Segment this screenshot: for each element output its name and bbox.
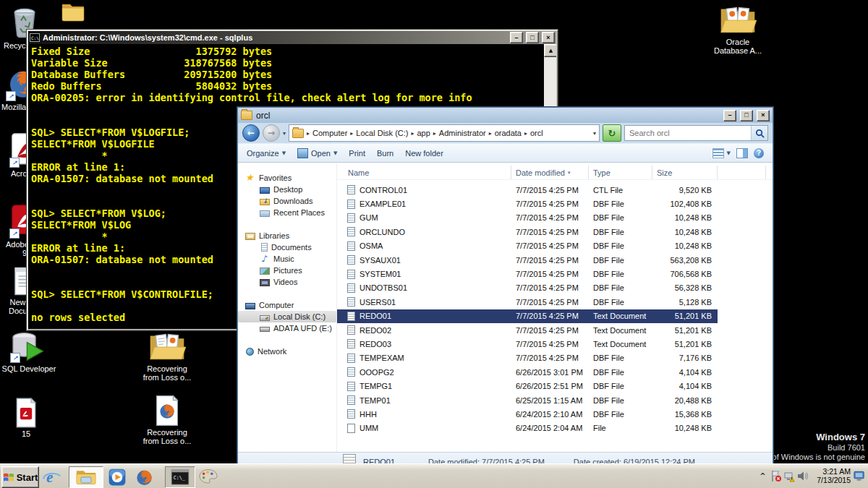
column-header-type[interactable]: Type <box>589 166 652 179</box>
close-button[interactable]: × <box>757 110 770 121</box>
minimize-button[interactable]: – <box>510 32 523 43</box>
desktop-icon-folder[interactable] <box>61 1 85 23</box>
history-dropdown-icon[interactable]: ▾ <box>283 130 286 137</box>
cmd-taskbar-button[interactable]: C:\_ <box>165 466 195 488</box>
file-row[interactable]: OOOPG2 6/26/2015 3:01 PM DBF File 4,104 … <box>337 365 773 379</box>
desktop-icon-recovering-folder[interactable]: Recoveringfrom Loss o... <box>140 331 195 382</box>
sidebar-item-adata-ufd-e-[interactable]: ADATA UFD (E:) <box>238 322 336 334</box>
file-row[interactable]: UMM 6/24/2015 2:04 AM File 10,248 KB <box>337 421 773 435</box>
back-button[interactable]: ← <box>242 124 260 142</box>
file-row[interactable]: REDO01 7/7/2015 4:25 PM Text Document 51… <box>337 309 773 323</box>
start-button[interactable]: Start <box>1 466 39 488</box>
sidebar-item-downloads[interactable]: Downloads <box>238 195 336 207</box>
document-icon <box>347 283 355 293</box>
computer-icon <box>245 303 255 309</box>
search-input[interactable] <box>625 129 751 137</box>
sidebar-item-documents[interactable]: Documents <box>238 241 336 253</box>
sidebar-item-desktop[interactable]: Desktop <box>238 184 336 195</box>
explorer-body: Favorites Desktop Downloads Recent Place… <box>238 163 773 452</box>
volume-icon[interactable] <box>796 470 809 482</box>
file-row[interactable]: OSMA 7/7/2015 4:25 PM DBF File 10,248 KB <box>337 239 773 253</box>
column-headers: Name Date modified▾ Type Size <box>337 166 773 180</box>
new-folder-button[interactable]: New folder <box>405 149 443 158</box>
open-button[interactable]: Open▼ <box>297 148 337 158</box>
forward-button[interactable]: → <box>263 124 280 142</box>
column-header-blank[interactable] <box>718 166 766 179</box>
document-icon <box>347 409 355 419</box>
file-row[interactable]: TEMPG1 6/26/2015 2:51 PM DBF File 4,104 … <box>337 379 773 393</box>
maximize-button[interactable]: □ <box>526 32 539 43</box>
explorer-taskbar-button[interactable] <box>69 466 103 488</box>
file-row[interactable]: EXAMPLE01 7/7/2015 4:25 PM DBF File 102,… <box>337 197 773 210</box>
network-icon[interactable]: ! <box>783 470 796 482</box>
file-row[interactable]: SYSTEM01 7/7/2015 4:25 PM DBF File 706,5… <box>337 267 773 281</box>
maximize-button[interactable]: □ <box>740 110 753 121</box>
shortcut-arrow-icon: ↗ <box>9 158 20 168</box>
cmd-icon: C:\ <box>30 33 40 42</box>
desktop-icon-sql-developer[interactable]: ↗ SQL Developer <box>0 331 58 373</box>
breadcrumb-item[interactable]: Administrator <box>439 129 486 137</box>
print-button[interactable]: Print <box>349 149 365 158</box>
desktop-icon-recovering-html[interactable]: Recoveringfrom Loss o... <box>140 395 195 445</box>
sidebar-item-favorites[interactable]: Favorites <box>238 172 336 184</box>
breadcrumb-item[interactable]: Computer <box>312 129 347 137</box>
breadcrumb-item[interactable]: oradata <box>495 129 522 137</box>
hidden-icons-chevron[interactable]: ^ <box>757 470 769 482</box>
breadcrumb-item[interactable]: orcl <box>530 129 543 137</box>
file-icon <box>347 424 355 433</box>
sidebar-item-network[interactable]: Network <box>238 346 336 357</box>
cmd-title-bar[interactable]: C:\ Administrator: C:\Windows\system32\c… <box>28 31 556 44</box>
folder-with-documents-icon <box>719 4 757 36</box>
media-player-icon[interactable] <box>107 468 127 487</box>
sidebar-item-computer[interactable]: Computer <box>238 299 336 311</box>
organize-button[interactable]: Organize▼ <box>247 149 286 158</box>
breadcrumb-item[interactable]: app <box>417 129 430 137</box>
address-dropdown-icon[interactable]: ▾ <box>593 130 596 137</box>
file-row[interactable]: USERS01 7/7/2015 4:25 PM DBF File 5,128 … <box>337 295 773 309</box>
show-desktop-button[interactable] <box>854 470 866 482</box>
sidebar-item-local-disk-c-[interactable]: Local Disk (C:) <box>238 311 336 322</box>
column-header-size[interactable]: Size <box>652 166 718 179</box>
action-center-icon[interactable] <box>770 470 782 482</box>
music-icon <box>260 254 270 264</box>
column-header-name[interactable]: Name <box>337 166 511 179</box>
file-row[interactable]: UNDOTBS01 7/7/2015 4:25 PM DBF File 56,3… <box>337 281 773 295</box>
file-row[interactable]: CONTROL01 7/7/2015 4:25 PM CTL File 9,52… <box>337 183 773 197</box>
paint-icon[interactable] <box>198 468 218 487</box>
sidebar-item-libraries[interactable]: Libraries <box>238 230 336 241</box>
cmd-window-title: Administrator: C:\Windows\system32\cmd.e… <box>43 33 507 42</box>
file-row[interactable]: TEMP01 6/25/2015 1:15 AM DBF File 20,488… <box>337 393 773 407</box>
file-row[interactable]: SYSAUX01 7/7/2015 4:25 PM DBF File 563,2… <box>337 253 773 267</box>
sidebar-item-music[interactable]: Music <box>238 253 336 265</box>
burn-button[interactable]: Burn <box>377 149 393 158</box>
sidebar-item-pictures[interactable]: Pictures <box>238 265 336 276</box>
file-list-rows: CONTROL01 7/7/2015 4:25 PM CTL File 9,52… <box>337 183 773 435</box>
file-row[interactable]: TEMPEXAM 7/7/2015 4:25 PM DBF File 7,176… <box>337 351 773 365</box>
refresh-button[interactable]: ↻ <box>603 124 621 142</box>
file-row[interactable]: ORCLUNDO 7/7/2015 4:25 PM DBF File 10,24… <box>337 225 773 239</box>
search-icon[interactable] <box>751 126 767 140</box>
file-row[interactable]: REDO02 7/7/2015 4:25 PM Text Document 51… <box>337 323 773 337</box>
close-button[interactable]: × <box>542 32 555 43</box>
internet-explorer-icon[interactable]: e <box>42 468 62 487</box>
views-button[interactable]: ▼ <box>712 148 731 158</box>
desktop: Recycle Bin ↗ Mozilla Firefox ↗ A <box>0 0 868 488</box>
preview-pane-button[interactable] <box>736 148 748 158</box>
desktop-icon-oracle-database[interactable]: OracleDatabase A... <box>711 4 765 55</box>
taskbar: Start e <box>0 463 868 488</box>
file-row[interactable]: GUM 7/7/2015 4:25 PM DBF File 10,248 KB <box>337 211 773 225</box>
firefox-taskbar-icon[interactable] <box>134 468 154 487</box>
network-icon <box>246 348 254 356</box>
sidebar-item-recent-places[interactable]: Recent Places <box>238 207 336 218</box>
taskbar-clock[interactable]: 3:21 AM 7/13/2015 <box>817 467 851 484</box>
sidebar-item-videos[interactable]: Videos <box>238 276 336 288</box>
column-header-date-modified[interactable]: Date modified▾ <box>511 166 589 179</box>
breadcrumb-item[interactable]: Local Disk (C:) <box>356 129 408 137</box>
file-row[interactable]: HHH 6/24/2015 2:10 AM DBF File 15,368 KB <box>337 407 773 421</box>
scroll-up-button[interactable]: ▲ <box>544 44 556 57</box>
desktop-icon-pdf-15[interactable]: 15 <box>10 398 42 438</box>
explorer-title-bar[interactable]: orcl – □ × <box>238 108 773 123</box>
minimize-button[interactable]: – <box>723 110 736 121</box>
file-row[interactable]: REDO03 7/7/2015 4:25 PM Text Document 51… <box>337 337 773 351</box>
help-button[interactable]: ? <box>754 148 764 158</box>
